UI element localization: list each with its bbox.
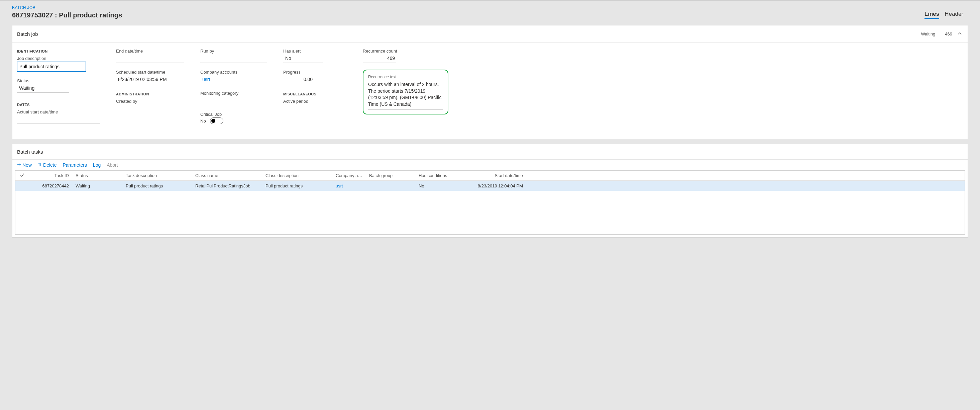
grid-header-company-label: Company acc... [336, 173, 366, 178]
grid-header-class-desc[interactable]: Class description [262, 173, 332, 178]
row-class-desc: Pull product ratings [262, 183, 332, 188]
grid-body: 68720278442 Waiting Pull product ratings… [15, 181, 965, 234]
view-tabs: Lines Header [924, 11, 963, 19]
tab-lines[interactable]: Lines [924, 11, 939, 19]
recurrence-text-label: Recurrence text [368, 75, 396, 79]
created-by-value[interactable] [116, 104, 184, 113]
delete-button-label: Delete [43, 162, 57, 168]
grid-header-task-id[interactable]: Task ID [29, 173, 72, 178]
has-alert-value[interactable]: No [283, 54, 323, 63]
grid-header-batch-group[interactable]: Batch group [366, 173, 415, 178]
grid-header-status[interactable]: Status [72, 173, 123, 178]
critical-job-label: Critical Job [200, 112, 267, 117]
created-by-label: Created by [116, 99, 184, 104]
grid-header-task-desc[interactable]: Task description [123, 173, 192, 178]
parameters-button[interactable]: Parameters [62, 162, 87, 168]
batch-tasks-card: Batch tasks New Delete Parameters Log Ab… [12, 144, 968, 238]
batch-tasks-grid: Task ID Status Task description Class na… [15, 171, 965, 235]
has-alert-label: Has alert [283, 48, 347, 54]
row-class-name: RetailPullProductRatingsJob [192, 183, 262, 188]
run-by-label: Run by [200, 48, 267, 54]
progress-value[interactable]: 0.00 [283, 75, 314, 84]
batch-job-count-chip: 469 [945, 32, 952, 37]
active-period-value[interactable] [283, 104, 347, 113]
job-description-label: Job description [17, 56, 100, 61]
delete-button[interactable]: Delete [38, 162, 57, 168]
row-status: Waiting [72, 183, 123, 188]
batch-tasks-toolbar: New Delete Parameters Log Abort [13, 160, 967, 171]
row-company[interactable]: usrt [332, 183, 366, 188]
recurrence-count-value[interactable]: 469 [363, 54, 396, 63]
batch-tasks-card-title: Batch tasks [17, 149, 43, 155]
check-icon [20, 173, 24, 177]
row-start-dt: 8/23/2019 12:04:04 PM [466, 183, 526, 188]
section-identification: IDENTIFICATION [17, 49, 100, 53]
batch-job-status-chip: Waiting [921, 32, 935, 37]
page-header: BATCH JOB 68719753027 : Pull product rat… [0, 1, 980, 22]
chevron-up-icon[interactable] [957, 31, 962, 37]
actual-start-label: Actual start date/time [17, 109, 100, 115]
batch-tasks-card-header[interactable]: Batch tasks [13, 144, 967, 160]
section-dates: DATES [17, 103, 100, 107]
row-has-conditions: No [415, 183, 466, 188]
new-button[interactable]: New [17, 162, 32, 168]
status-label: Status [17, 78, 100, 83]
plus-icon [17, 162, 21, 168]
new-button-label: New [22, 162, 32, 168]
company-accounts-value[interactable]: usrt [200, 75, 267, 84]
critical-job-value: No [200, 118, 206, 123]
abort-button: Abort [107, 162, 118, 168]
monitoring-category-value[interactable] [200, 96, 267, 105]
grid-header-has-conditions[interactable]: Has conditions [415, 173, 466, 178]
batch-job-card-header[interactable]: Batch job Waiting 469 [13, 26, 967, 43]
section-miscellaneous: MISCELLANEOUS [283, 92, 347, 96]
grid-header-start-dt[interactable]: Start date/time [466, 173, 526, 178]
row-task-id: 68720278442 [29, 183, 72, 188]
trash-icon [38, 162, 42, 168]
row-task-desc: Pull product ratings [123, 183, 192, 188]
end-datetime-value[interactable] [116, 54, 184, 63]
scheduled-start-label: Scheduled start date/time [116, 70, 184, 75]
end-datetime-label: End date/time [116, 48, 184, 54]
batch-job-card: Batch job Waiting 469 IDENTIFICATION Job… [12, 25, 968, 139]
status-value[interactable]: Waiting [17, 84, 69, 93]
active-period-label: Active period [283, 99, 347, 104]
run-by-value[interactable] [200, 54, 267, 63]
batch-job-card-title: Batch job [17, 31, 38, 37]
monitoring-category-label: Monitoring category [200, 91, 267, 96]
recurrence-text-highlight: Recurrence text Occurs with an interval … [363, 70, 449, 115]
recurrence-text-value: Occurs with an interval of 2 hours. The … [368, 81, 443, 110]
recurrence-count-label: Recurrence count [363, 48, 450, 54]
job-description-input[interactable] [17, 62, 86, 72]
section-administration: ADMINISTRATION [116, 92, 184, 96]
tab-header[interactable]: Header [945, 11, 963, 19]
grid-header-company[interactable]: Company acc... [332, 173, 366, 178]
progress-label: Progress [283, 70, 347, 75]
grid-header-select[interactable] [15, 173, 29, 179]
page-title: 68719753027 : Pull product ratings [12, 11, 122, 19]
grid-header-row: Task ID Status Task description Class na… [15, 171, 965, 181]
grid-header-class-name[interactable]: Class name [192, 173, 262, 178]
table-row[interactable]: 68720278442 Waiting Pull product ratings… [15, 181, 965, 191]
log-button[interactable]: Log [93, 162, 101, 168]
breadcrumb[interactable]: BATCH JOB [12, 5, 122, 10]
critical-job-toggle[interactable] [210, 118, 223, 124]
company-accounts-label: Company accounts [200, 70, 267, 75]
actual-start-value[interactable] [17, 115, 100, 124]
batch-job-form: IDENTIFICATION Job description Status Wa… [13, 43, 967, 139]
scheduled-start-value[interactable]: 8/23/2019 02:03:59 PM [116, 75, 184, 84]
